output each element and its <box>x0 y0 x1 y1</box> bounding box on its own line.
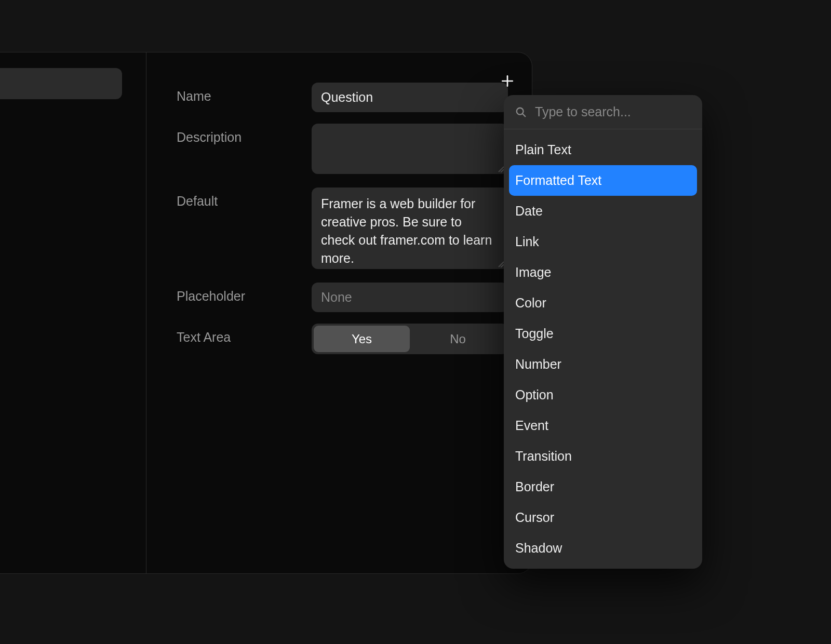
name-row: Name <box>177 83 516 112</box>
textarea-yes-button[interactable]: Yes <box>314 326 410 352</box>
search-row <box>504 95 702 129</box>
dropdown-list: Plain TextFormatted TextDateLinkImageCol… <box>504 129 702 569</box>
dropdown-item[interactable]: Link <box>509 226 697 257</box>
dropdown-item[interactable]: Option <box>509 380 697 410</box>
dropdown-item[interactable]: Plain Text <box>509 135 697 165</box>
dropdown-item[interactable]: Transition <box>509 441 697 472</box>
name-label: Name <box>177 83 312 104</box>
sidebar-item[interactable] <box>0 68 122 99</box>
textarea-label: Text Area <box>177 324 312 345</box>
description-row: Description <box>177 124 516 176</box>
textarea-toggle: Yes No <box>312 324 508 354</box>
dropdown-item[interactable]: Toggle <box>509 318 697 349</box>
textarea-no-button[interactable]: No <box>410 326 506 352</box>
dropdown-item[interactable]: Image <box>509 257 697 288</box>
default-label: Default <box>177 187 312 209</box>
placeholder-label: Placeholder <box>177 283 312 304</box>
plus-icon <box>501 74 514 88</box>
svg-line-3 <box>522 113 526 116</box>
dropdown-item[interactable]: Number <box>509 349 697 380</box>
dropdown-item[interactable]: Event <box>509 410 697 441</box>
form-content: Name Description Default Framer is a web… <box>146 52 532 573</box>
placeholder-row: Placeholder <box>177 283 516 312</box>
dropdown-item[interactable]: Date <box>509 196 697 226</box>
dropdown-item[interactable]: Color <box>509 288 697 318</box>
default-input[interactable]: Framer is a web builder for creative pro… <box>312 187 508 269</box>
search-input[interactable] <box>535 104 699 119</box>
description-label: Description <box>177 124 312 145</box>
properties-panel: Name Description Default Framer is a web… <box>0 52 532 574</box>
add-button[interactable] <box>497 71 518 91</box>
sidebar <box>0 52 146 573</box>
dropdown-item[interactable]: Shadow <box>509 533 697 564</box>
search-icon <box>515 106 527 118</box>
dropdown-item[interactable]: Formatted Text <box>509 165 697 196</box>
placeholder-input[interactable] <box>312 283 508 312</box>
type-dropdown: Plain TextFormatted TextDateLinkImageCol… <box>504 95 702 569</box>
textarea-row: Text Area Yes No <box>177 324 516 354</box>
dropdown-item[interactable]: Border <box>509 472 697 502</box>
name-input[interactable] <box>312 83 508 112</box>
description-input[interactable] <box>312 124 508 174</box>
dropdown-item[interactable]: Cursor <box>509 502 697 533</box>
default-row: Default Framer is a web builder for crea… <box>177 187 516 271</box>
